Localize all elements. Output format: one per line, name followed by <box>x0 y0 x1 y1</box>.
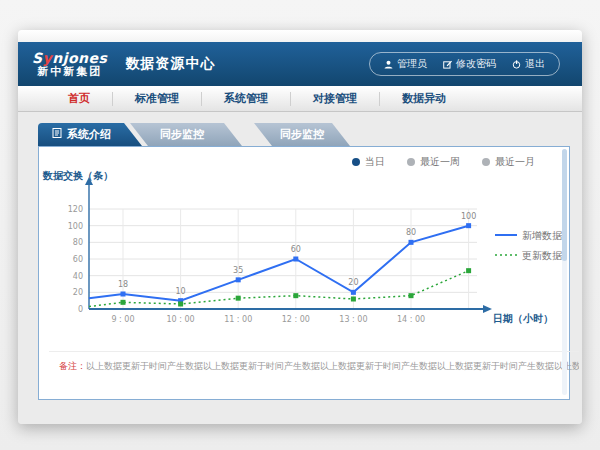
radio-icon <box>482 158 490 166</box>
tab-label: 系统介绍 <box>67 127 111 142</box>
filter-today[interactable]: 当日 <box>352 155 385 169</box>
svg-text:日期（小时）: 日期（小时） <box>493 313 553 324</box>
svg-text:60: 60 <box>73 255 83 264</box>
svg-text:35: 35 <box>233 266 243 275</box>
radio-icon <box>352 158 360 166</box>
brand-pre: S <box>32 50 43 66</box>
svg-text:18: 18 <box>118 280 128 289</box>
svg-text:80: 80 <box>73 238 83 247</box>
line-chart: 0204060801001209 : 0010 : 0011 : 0012 : … <box>39 169 569 341</box>
svg-text:120: 120 <box>68 205 83 214</box>
svg-text:0: 0 <box>78 305 83 314</box>
tab-label: 同步监控 <box>280 127 324 142</box>
brand-name: Synjones <box>32 51 107 66</box>
brand-accent: y <box>43 50 53 66</box>
footnote-prefix: 备注： <box>59 361 86 371</box>
svg-text:10 : 00: 10 : 00 <box>167 315 195 324</box>
range-filters: 当日 最近一周 最近一月 <box>352 155 535 169</box>
user-menu-label: 修改密码 <box>456 57 496 71</box>
svg-text:20: 20 <box>73 288 83 297</box>
svg-text:9 : 00: 9 : 00 <box>111 315 134 324</box>
nav-item-system-mgmt[interactable]: 系统管理 <box>202 92 291 106</box>
filter-last-month[interactable]: 最近一月 <box>482 155 535 169</box>
main-panel: 当日 最近一周 最近一月 0204060801001209 : 0010 : 0… <box>38 146 570 400</box>
svg-text:20: 20 <box>348 278 358 287</box>
main-nav: 首页 标准管理 系统管理 对接管理 数据异动 <box>18 86 582 112</box>
svg-text:14 : 00: 14 : 00 <box>397 315 425 324</box>
panel-scrollbar[interactable] <box>562 149 567 395</box>
filter-last-week[interactable]: 最近一周 <box>407 155 460 169</box>
nav-item-home[interactable]: 首页 <box>46 92 113 106</box>
filter-label: 最近一月 <box>495 155 535 169</box>
brand-subtitle: 新中新集团 <box>32 66 107 78</box>
svg-text:更新数据: 更新数据 <box>522 250 563 261</box>
scrollbar-thumb[interactable] <box>562 149 567 261</box>
chart-canvas: 0204060801001209 : 0010 : 0011 : 0012 : … <box>39 169 569 341</box>
nav-item-data-change[interactable]: 数据异动 <box>380 92 468 106</box>
svg-text:数据交换（条）: 数据交换（条） <box>42 170 113 181</box>
change-password-button[interactable]: 修改密码 <box>443 57 496 71</box>
svg-text:60: 60 <box>291 245 301 254</box>
logout-icon <box>512 60 521 69</box>
logout-button[interactable]: 退出 <box>512 57 545 71</box>
app-header: Synjones 新中新集团 数据资源中心 管理员 修改密码 <box>18 42 582 86</box>
edit-icon <box>443 60 452 69</box>
svg-text:100: 100 <box>68 222 83 231</box>
svg-text:100: 100 <box>461 212 476 221</box>
svg-text:新增数据: 新增数据 <box>522 230 563 241</box>
app-window: Synjones 新中新集团 数据资源中心 管理员 修改密码 <box>18 30 582 424</box>
svg-text:13 : 00: 13 : 00 <box>339 315 367 324</box>
content-area: 同步监控 同步监控 系统介绍 当日 <box>18 112 582 424</box>
footnote-text: 以上数据更新于时间产生数据以上数据更新于时间产生数据以上数据更新于时间产生数据以… <box>86 361 579 371</box>
svg-text:10: 10 <box>176 287 186 296</box>
user-menu-label: 管理员 <box>397 57 427 71</box>
tab-sync-monitor-1[interactable]: 同步监控 <box>130 123 272 146</box>
radio-icon <box>407 158 415 166</box>
brand-post: njones <box>52 50 107 66</box>
brand-logo: Synjones 新中新集团 <box>32 51 107 77</box>
filter-label: 当日 <box>365 155 385 169</box>
svg-text:40: 40 <box>73 272 83 281</box>
window-top-strip <box>18 30 582 42</box>
tab-sync-monitor-2[interactable]: 同步监控 <box>232 123 398 146</box>
tab-bar: 同步监控 同步监控 系统介绍 <box>38 123 378 146</box>
user-menu: 管理员 修改密码 退出 <box>369 52 560 76</box>
tab-label: 同步监控 <box>160 127 204 142</box>
svg-text:12 : 00: 12 : 00 <box>282 315 310 324</box>
nav-item-standard-mgmt[interactable]: 标准管理 <box>113 92 202 106</box>
document-icon <box>52 128 62 141</box>
nav-item-interface-mgmt[interactable]: 对接管理 <box>291 92 380 106</box>
svg-text:80: 80 <box>406 228 416 237</box>
filter-label: 最近一周 <box>420 155 460 169</box>
desktop-background: Synjones 新中新集团 数据资源中心 管理员 修改密码 <box>0 0 600 450</box>
user-menu-label: 退出 <box>525 57 545 71</box>
user-menu-admin[interactable]: 管理员 <box>384 57 427 71</box>
footnote: 备注：以上数据更新于时间产生数据以上数据更新于时间产生数据以上数据更新于时间产生… <box>49 351 579 373</box>
svg-text:11 : 00: 11 : 00 <box>224 315 252 324</box>
user-icon <box>384 60 393 69</box>
page-title: 数据资源中心 <box>125 55 215 73</box>
